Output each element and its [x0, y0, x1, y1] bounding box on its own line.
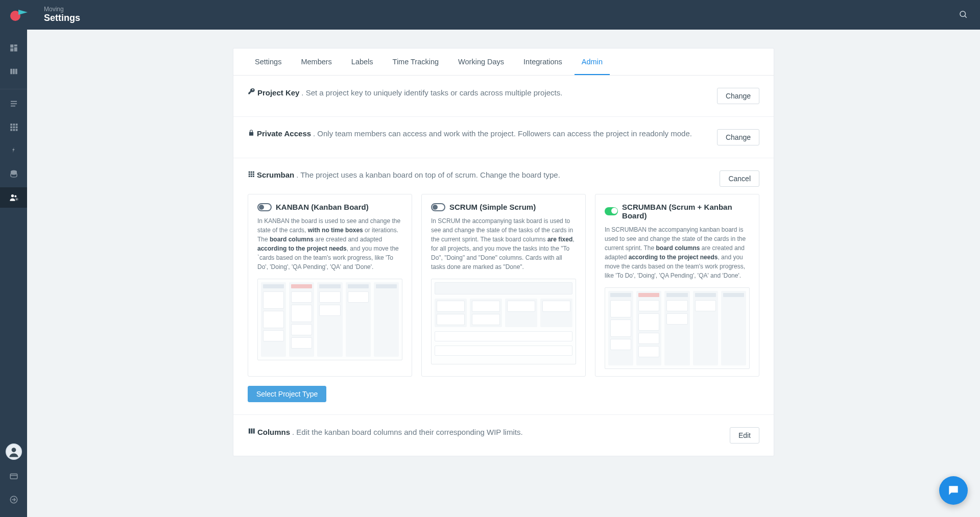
svg-rect-33 [251, 171, 252, 173]
scrumban-label: Scrumban [257, 170, 294, 179]
sidebar-item-dashboard[interactable] [0, 38, 27, 58]
board-type-scrumban[interactable]: SCRUMBAN (Scrum + Kanban Board) In SCRUM… [595, 194, 759, 377]
section-board-type: Scrumban . The project uses a kanban boa… [233, 158, 774, 415]
header-titles: Moving Settings [44, 6, 80, 24]
svg-rect-9 [15, 69, 17, 75]
columns-label: Columns [257, 428, 290, 436]
private-access-change-button[interactable]: Change [717, 129, 759, 145]
svg-rect-7 [10, 69, 12, 75]
settings-panel: Settings Members Labels Time Tracking Wo… [233, 48, 774, 456]
project-key-change-button[interactable]: Change [717, 88, 759, 104]
user-avatar[interactable] [6, 444, 22, 460]
svg-point-25 [16, 199, 17, 200]
sidebar-item-logout[interactable] [0, 489, 27, 510]
svg-rect-35 [249, 174, 250, 175]
sidebar-item-team-settings[interactable] [0, 187, 27, 208]
svg-rect-19 [10, 129, 12, 131]
svg-rect-3 [10, 44, 13, 47]
project-key-label: Project Key [257, 88, 300, 97]
lock-icon [248, 130, 257, 138]
svg-rect-42 [251, 429, 252, 434]
kanban-preview [257, 279, 402, 360]
svg-rect-11 [11, 103, 17, 104]
sidebar-item-boards[interactable] [0, 61, 27, 82]
svg-rect-28 [10, 474, 17, 479]
chat-fab[interactable] [939, 476, 968, 505]
scrum-desc: In SCRUM the accompanying task board is … [431, 216, 576, 272]
app-header: Moving Settings [0, 0, 980, 30]
section-project-key: Project Key . Set a project key to uniqu… [233, 76, 774, 117]
svg-rect-8 [13, 69, 15, 75]
svg-rect-12 [11, 106, 15, 107]
sidebar-item-data[interactable] [0, 164, 27, 184]
tab-time-tracking[interactable]: Time Tracking [386, 48, 446, 75]
sidebar-item-grid[interactable] [0, 117, 27, 137]
search-icon[interactable] [954, 6, 972, 24]
svg-rect-5 [14, 47, 17, 52]
toggle-on-icon [605, 207, 618, 215]
sidebar [0, 30, 27, 517]
private-access-label: Private Access [257, 129, 311, 138]
svg-rect-14 [13, 124, 15, 126]
sidebar-item-list[interactable] [0, 93, 27, 114]
svg-rect-40 [253, 176, 254, 177]
tab-members[interactable]: Members [294, 48, 339, 75]
svg-rect-21 [15, 129, 17, 131]
columns-desc: . Edit the kanban board columns and thei… [292, 428, 523, 436]
svg-point-27 [11, 448, 16, 452]
tab-admin[interactable]: Admin [575, 48, 610, 75]
select-project-type-button[interactable]: Select Project Type [248, 386, 326, 402]
tab-integrations[interactable]: Integrations [516, 48, 569, 75]
scrumban-card-desc: In SCRUMBAN the accompanying kanban boar… [605, 225, 750, 280]
board-type-cards: KANBAN (Kanban Board) In KANBAN the boar… [248, 194, 759, 377]
svg-rect-34 [253, 171, 254, 173]
tab-labels[interactable]: Labels [344, 48, 380, 75]
svg-rect-6 [10, 48, 13, 52]
section-private-access: Private Access . Only team members can a… [233, 117, 774, 158]
tab-working-days[interactable]: Working Days [451, 48, 511, 75]
svg-rect-41 [249, 429, 250, 434]
toggle-off-icon [431, 203, 445, 211]
sidebar-item-billing[interactable] [0, 466, 27, 486]
scrumban-card-title: SCRUMBAN (Scrum + Kanban Board) [622, 203, 750, 220]
scrumban-cancel-button[interactable]: Cancel [720, 170, 759, 187]
board-type-scrum[interactable]: SCRUM (Simple Scrum) In SCRUM the accomp… [421, 194, 586, 377]
page-title: Settings [44, 13, 80, 24]
grid-icon [248, 171, 257, 179]
scrumban-preview [605, 287, 750, 369]
app-logo[interactable] [8, 8, 29, 22]
svg-point-24 [14, 195, 16, 198]
board-type-kanban[interactable]: KANBAN (Kanban Board) In KANBAN the boar… [248, 194, 412, 377]
scrum-preview [431, 279, 576, 364]
content-area: Settings Members Labels Time Tracking Wo… [27, 30, 980, 517]
tabs: Settings Members Labels Time Tracking Wo… [233, 48, 774, 76]
breadcrumb: Moving [44, 6, 80, 13]
svg-rect-38 [249, 176, 250, 177]
svg-line-2 [965, 16, 966, 17]
svg-rect-13 [10, 124, 12, 126]
svg-rect-10 [11, 101, 17, 102]
sidebar-item-sprints[interactable] [0, 140, 27, 161]
kanban-desc: In KANBAN the board is used to see and c… [257, 216, 402, 272]
svg-rect-16 [10, 127, 12, 129]
svg-rect-39 [251, 176, 252, 177]
columns-icon [248, 428, 257, 436]
kanban-title: KANBAN (Kanban Board) [276, 203, 369, 211]
svg-rect-17 [13, 127, 15, 129]
svg-point-23 [11, 194, 13, 197]
toggle-off-icon [257, 203, 272, 211]
svg-point-1 [960, 11, 966, 17]
project-key-desc: . Set a project key to uniquely identify… [301, 88, 562, 97]
svg-rect-43 [253, 429, 255, 434]
scrumban-desc: . The project uses a kanban board on top… [296, 170, 560, 179]
svg-rect-36 [251, 174, 252, 175]
svg-rect-18 [15, 127, 17, 129]
private-access-desc: . Only team members can access and work … [313, 129, 692, 138]
tab-settings[interactable]: Settings [248, 48, 289, 75]
svg-rect-37 [253, 174, 254, 175]
columns-edit-button[interactable]: Edit [730, 427, 759, 444]
svg-rect-15 [15, 124, 17, 126]
section-columns: Columns . Edit the kanban board columns … [233, 415, 774, 456]
svg-rect-4 [14, 44, 17, 46]
svg-rect-32 [249, 171, 250, 173]
